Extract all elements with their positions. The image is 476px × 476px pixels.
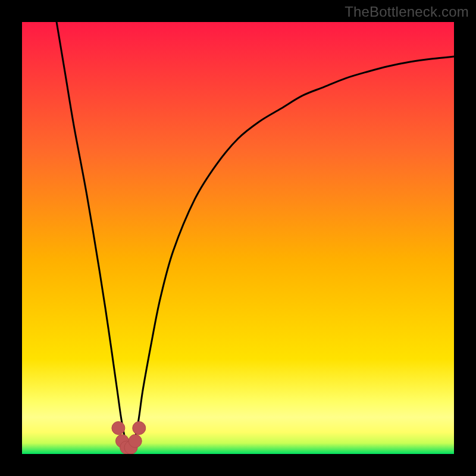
chart-frame: TheBottleneck.com [0, 0, 476, 476]
curve-marker [133, 421, 146, 434]
curve-marker [129, 434, 142, 447]
watermark-text: TheBottleneck.com [345, 4, 469, 20]
plot-area [22, 22, 454, 454]
curve-marker [112, 421, 125, 434]
gradient-background [22, 22, 454, 454]
bottleneck-chart [22, 22, 454, 454]
